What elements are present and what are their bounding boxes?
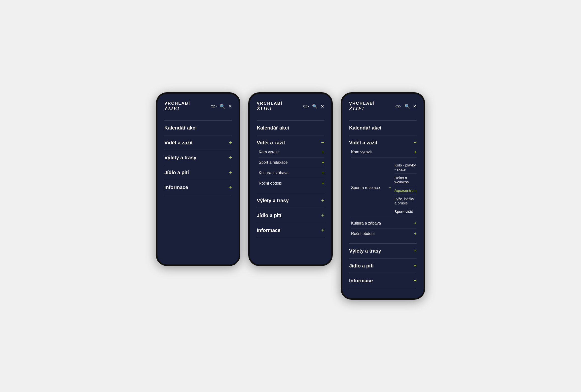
close-icon[interactable]: ✕	[320, 104, 324, 109]
nav-main-label: Informace	[257, 228, 280, 233]
logo: VRCHLABÍ žije!	[164, 101, 190, 111]
phone-phone3: VRCHLABÍ žije! CZ ▾ 🔍 ✕ Kalendář akcí	[341, 92, 425, 300]
sub-item-label: Kam vyrazit	[351, 150, 372, 154]
plus-sub-icon: +	[322, 150, 324, 155]
lang-label: CZ	[396, 104, 400, 108]
sub-item-label: Roční období	[351, 232, 375, 236]
search-icon[interactable]: 🔍	[404, 104, 410, 109]
minus-icon: −	[414, 140, 417, 145]
sub-nav-item[interactable]: Roční období +	[351, 229, 417, 239]
nav-main-label: Jídlo a pití	[349, 263, 374, 269]
nav-main-row: Vidět a zažít −	[349, 140, 417, 146]
sub-nav-item[interactable]: Kultura a zábava +	[351, 218, 417, 229]
lang-button[interactable]: CZ ▾	[396, 104, 402, 108]
sub-nav-item[interactable]: Sport a relaxace − Kolo - plavky - skate…	[351, 157, 417, 218]
nav-main-label: Výlety a trasy	[164, 155, 196, 160]
sub-sub-items: Kolo - plavky - skate Relax a wellness A…	[392, 161, 417, 216]
nav-item[interactable]: Kalendář akcí	[164, 120, 232, 135]
nav-main-row: Vidět a zažít +	[164, 140, 232, 146]
nav-main-row: Výlety a trasy +	[349, 248, 417, 254]
plus-icon: +	[229, 185, 232, 190]
plus-icon: +	[414, 263, 417, 268]
nav-main-label: Jídlo a pití	[164, 170, 189, 175]
nav-item[interactable]: Informace +	[164, 180, 232, 195]
sub-item-label: Roční období	[259, 181, 282, 186]
nav-main-label: Kalendář akcí	[257, 125, 289, 131]
chevron-down-icon: ▾	[400, 105, 402, 108]
sub-item-label: Sport a relaxace	[351, 186, 380, 190]
sub-sub-item[interactable]: Lyže, běžky a brusle	[394, 195, 417, 207]
nav-item[interactable]: Jídlo a pití +	[257, 208, 324, 223]
nav-main-row: Informace +	[257, 228, 324, 233]
nav-item[interactable]: Vidět a zažít − Kam vyrazit + Sport a re…	[257, 135, 324, 193]
sub-nav-item[interactable]: Kam vyrazit +	[351, 148, 417, 157]
sub-items: Kam vyrazit + Sport a relaxace +	[257, 148, 324, 189]
plus-sub-icon: +	[322, 160, 324, 165]
sub-item-label: Kultura a zábava	[259, 171, 288, 175]
sub-sub-item[interactable]: Relax a wellness	[394, 173, 417, 186]
sub-item-label: Kultura a zábava	[351, 221, 381, 226]
lang-label: CZ	[303, 104, 308, 108]
lang-button[interactable]: CZ ▾	[211, 104, 217, 108]
sub-nav-item[interactable]: Sport a relaxace +	[259, 157, 324, 168]
sub-nav-item[interactable]: Kam vyrazit +	[259, 148, 324, 157]
sub-sub-item[interactable]: Kolo - plavky - skate	[394, 161, 417, 173]
nav-main-label: Vidět a zažít	[349, 140, 378, 146]
phone-phone1: VRCHLABÍ žije! CZ ▾ 🔍 ✕ Kalendář akcí	[156, 92, 240, 266]
nav-item[interactable]: Informace +	[349, 273, 417, 288]
nav-item[interactable]: Vidět a zažít − Kam vyrazit + Sport a re…	[349, 135, 417, 243]
plus-icon: +	[229, 155, 232, 160]
minus-icon: −	[321, 140, 324, 145]
search-icon[interactable]: 🔍	[312, 104, 318, 109]
sub-sub-item[interactable]: Aquacentrum	[394, 186, 417, 195]
header-right: CZ ▾ 🔍 ✕	[303, 104, 324, 109]
plus-sub-icon: +	[414, 150, 417, 155]
plus-sub-icon: +	[414, 221, 417, 226]
plus-icon: +	[321, 228, 324, 233]
nav-main-row: Kalendář akcí	[164, 125, 232, 131]
nav-main-label: Výlety a trasy	[349, 248, 381, 254]
nav-item[interactable]: Vidět a zažít +	[164, 135, 232, 150]
sub-nav-item[interactable]: Roční období +	[259, 178, 324, 189]
nav-item[interactable]: Jídlo a pití +	[349, 258, 417, 273]
plus-icon: +	[414, 278, 417, 283]
nav-main-row: Informace +	[164, 185, 232, 190]
phone-phone2: VRCHLABÍ žije! CZ ▾ 🔍 ✕ Kalendář akcí	[248, 92, 333, 266]
plus-sub-icon: +	[414, 231, 417, 236]
plus-sub-icon: +	[322, 181, 324, 186]
logo-bottom: žije!	[349, 105, 375, 111]
nav-main-label: Informace	[349, 278, 373, 284]
sub-nav-item[interactable]: Kultura a zábava +	[259, 168, 324, 178]
phone-inner: VRCHLABÍ žije! CZ ▾ 🔍 ✕ Kalendář akcí	[342, 94, 424, 298]
close-icon[interactable]: ✕	[413, 104, 417, 109]
chevron-down-icon: ▾	[216, 105, 217, 108]
nav-main-label: Vidět a zažít	[164, 140, 193, 146]
sub-sub-item[interactable]: Sportoviště	[394, 207, 417, 216]
nav-item[interactable]: Výlety a trasy +	[257, 193, 324, 208]
lang-button[interactable]: CZ ▾	[303, 104, 309, 108]
search-icon[interactable]: 🔍	[220, 104, 225, 109]
nav-main-row: Jídlo a pití +	[257, 213, 324, 218]
nav-main-label: Výlety a trasy	[257, 198, 289, 203]
nav-item[interactable]: Výlety a trasy +	[164, 150, 232, 165]
phone-inner: VRCHLABÍ žije! CZ ▾ 🔍 ✕ Kalendář akcí	[250, 94, 331, 248]
navigation: Kalendář akcí Vidět a zažít − Kam vyrazi…	[349, 120, 417, 288]
sub-item-label: Sport a relaxace	[259, 160, 288, 165]
nav-item[interactable]: Informace +	[257, 223, 324, 238]
close-icon[interactable]: ✕	[228, 104, 232, 109]
nav-main-row: Výlety a trasy +	[257, 198, 324, 203]
nav-main-row: Vidět a zažít −	[257, 140, 324, 146]
plus-icon: +	[229, 140, 232, 145]
plus-sub-icon: +	[322, 170, 324, 176]
sub-item-label: Kam vyrazit	[259, 150, 280, 154]
plus-icon: +	[321, 198, 324, 203]
nav-item[interactable]: Kalendář akcí	[349, 120, 417, 135]
phone-inner: VRCHLABÍ žije! CZ ▾ 🔍 ✕ Kalendář akcí	[158, 94, 239, 205]
plus-icon: +	[229, 170, 232, 175]
header: VRCHLABÍ žije! CZ ▾ 🔍 ✕	[257, 101, 324, 111]
header-right: CZ ▾ 🔍 ✕	[396, 104, 417, 109]
nav-item[interactable]: Kalendář akcí	[257, 120, 324, 135]
nav-item[interactable]: Jídlo a pití +	[164, 165, 232, 180]
nav-item[interactable]: Výlety a trasy +	[349, 243, 417, 258]
nav-main-label: Kalendář akcí	[349, 125, 381, 131]
